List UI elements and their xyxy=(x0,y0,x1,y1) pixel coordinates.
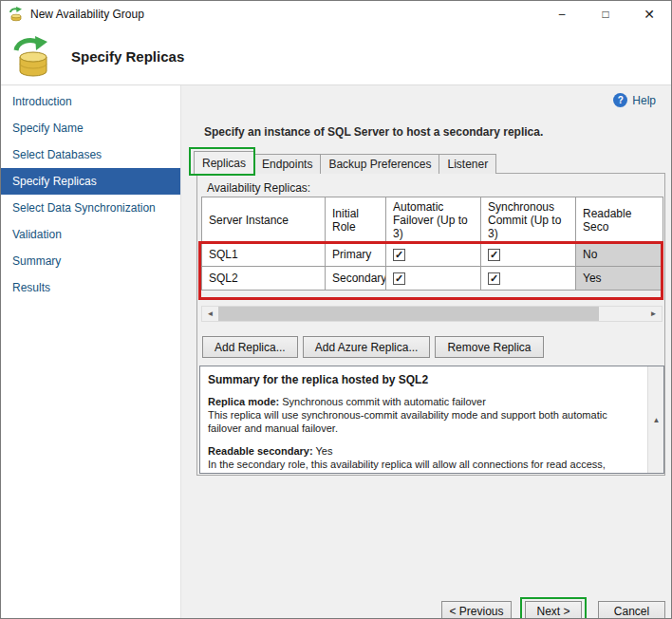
app-icon xyxy=(9,7,24,22)
scrollbar-thumb[interactable] xyxy=(218,307,599,321)
window-titlebar: New Availability Group – □ ✕ xyxy=(1,1,671,28)
sidebar-item-results[interactable]: Results xyxy=(1,274,180,301)
grid-header-row: Server Instance Initial Role Automatic F… xyxy=(202,197,663,243)
automatic-failover-cell: ✓ xyxy=(386,243,481,267)
next-button[interactable]: Next > xyxy=(525,601,582,619)
sidebar: Introduction Specify Name Select Databas… xyxy=(1,85,181,618)
page-title: Specify Replicas xyxy=(71,48,184,65)
initial-role-cell: Secondary xyxy=(326,267,386,291)
automatic-failover-checkbox[interactable]: ✓ xyxy=(393,249,405,261)
sidebar-item-select-data-synchronization[interactable]: Select Data Synchronization xyxy=(1,195,180,221)
replica-mode-description: This replica will use synchronous-commit… xyxy=(208,408,642,435)
help-label: Help xyxy=(632,94,656,107)
checkmark-icon: ✓ xyxy=(490,273,498,284)
synchronous-commit-checkbox[interactable]: ✓ xyxy=(488,249,500,261)
column-header-readable-secondary[interactable]: Readable Seco xyxy=(576,197,663,243)
sidebar-item-validation[interactable]: Validation xyxy=(1,221,180,248)
column-header-server-instance[interactable]: Server Instance xyxy=(202,197,326,243)
checkmark-icon: ✓ xyxy=(395,250,403,260)
tab-listener[interactable]: Listener xyxy=(439,154,496,174)
replicas-tab-panel: Availability Replicas: Server Instance I… xyxy=(196,173,665,476)
replica-actions: Add Replica... Add Azure Replica... Remo… xyxy=(202,336,544,358)
tab-backup-preferences[interactable]: Backup Preferences xyxy=(320,154,439,174)
sidebar-item-summary[interactable]: Summary xyxy=(1,248,180,274)
readable-secondary-cell[interactable]: No xyxy=(576,243,663,267)
readable-secondary-value: Yes xyxy=(313,445,333,457)
scroll-down-icon[interactable]: ▼ xyxy=(648,473,664,474)
synchronous-commit-cell: ✓ xyxy=(481,243,576,267)
automatic-failover-checkbox[interactable]: ✓ xyxy=(393,272,405,285)
server-instance-cell: SQL1 xyxy=(202,243,326,267)
new-availability-group-window: New Availability Group – □ ✕ Specify Rep… xyxy=(0,0,672,619)
synchronous-commit-cell: ✓ xyxy=(481,267,576,291)
wizard-header: Specify Replicas xyxy=(1,28,671,85)
readable-secondary-description: In the secondary role, this availability… xyxy=(208,458,642,473)
sidebar-item-specify-replicas[interactable]: Specify Replicas xyxy=(1,168,180,195)
replica-mode-value: Synchronous commit with automatic failov… xyxy=(279,396,486,407)
scroll-right-icon[interactable]: ► xyxy=(645,307,662,321)
wizard-body: Introduction Specify Name Select Databas… xyxy=(1,85,671,618)
readable-secondary-cell[interactable]: Yes xyxy=(576,267,663,291)
window-title: New Availability Group xyxy=(30,8,144,21)
database-sync-icon xyxy=(10,34,54,80)
horizontal-scrollbar: ◄ ► xyxy=(201,306,663,322)
help-icon: ? xyxy=(613,93,627,107)
availability-replicas-grid: Server Instance Initial Role Automatic F… xyxy=(201,197,663,291)
scroll-left-icon[interactable]: ◄ xyxy=(202,307,218,321)
column-header-initial-role[interactable]: Initial Role xyxy=(326,197,386,243)
tab-replicas[interactable]: Replicas xyxy=(194,151,254,174)
checkmark-icon: ✓ xyxy=(395,273,403,284)
synchronous-commit-checkbox[interactable]: ✓ xyxy=(488,272,500,285)
summary-panel: Summary for the replica hosted by SQL2 R… xyxy=(199,366,664,474)
scrollbar-track[interactable] xyxy=(218,307,645,321)
sidebar-item-specify-name[interactable]: Specify Name xyxy=(1,115,180,141)
automatic-failover-cell: ✓ xyxy=(386,267,481,291)
column-header-synchronous-commit[interactable]: Synchronous Commit (Up to 3) xyxy=(481,197,576,243)
remove-replica-button[interactable]: Remove Replica xyxy=(435,336,543,358)
scrollbar-thumb[interactable] xyxy=(648,473,663,474)
summary-title: Summary for the replica hosted by SQL2 xyxy=(208,373,642,386)
close-button[interactable]: ✕ xyxy=(627,1,671,28)
tab-endpoints[interactable]: Endpoints xyxy=(253,154,321,174)
main-content: ? Help Specify an instance of SQL Server… xyxy=(181,85,671,618)
replica-mode-line: Replica mode: Synchronous commit with au… xyxy=(208,395,642,408)
maximize-button[interactable]: □ xyxy=(584,1,627,28)
help-link[interactable]: ? Help xyxy=(613,93,656,107)
spacer xyxy=(208,435,642,444)
previous-button[interactable]: < Previous xyxy=(441,601,512,619)
tab-bar: Replicas Endpoints Backup Preferences Li… xyxy=(194,151,496,174)
replica-mode-label: Replica mode: xyxy=(208,396,279,407)
readable-secondary-label: Readable secondary: xyxy=(208,445,313,457)
readable-secondary-line: Readable secondary: Yes xyxy=(208,444,642,458)
replica-row-sql2: SQL2 Secondary ✓ ✓ Yes xyxy=(202,267,663,291)
checkmark-icon: ✓ xyxy=(490,250,498,260)
instruction-text: Specify an instance of SQL Server to hos… xyxy=(204,125,543,139)
add-replica-button[interactable]: Add Replica... xyxy=(202,336,298,358)
cancel-button[interactable]: Cancel xyxy=(598,601,665,619)
sidebar-item-introduction[interactable]: Introduction xyxy=(1,88,180,115)
sidebar-item-select-databases[interactable]: Select Databases xyxy=(1,141,180,168)
vertical-scrollbar: ▲ ▼ xyxy=(647,366,663,473)
initial-role-cell: Primary xyxy=(326,243,386,267)
summary-text: Summary for the replica hosted by SQL2 R… xyxy=(200,366,647,473)
replica-row-sql1: SQL1 Primary ✓ ✓ No xyxy=(202,243,663,267)
minimize-button[interactable]: – xyxy=(540,1,584,28)
add-azure-replica-button[interactable]: Add Azure Replica... xyxy=(303,336,431,358)
server-instance-cell: SQL2 xyxy=(202,267,326,291)
window-controls: – □ ✕ xyxy=(540,1,671,28)
column-header-automatic-failover[interactable]: Automatic Failover (Up to 3) xyxy=(386,197,481,243)
scroll-up-icon[interactable]: ▲ xyxy=(648,366,664,473)
availability-replicas-label: Availability Replicas: xyxy=(207,181,310,195)
